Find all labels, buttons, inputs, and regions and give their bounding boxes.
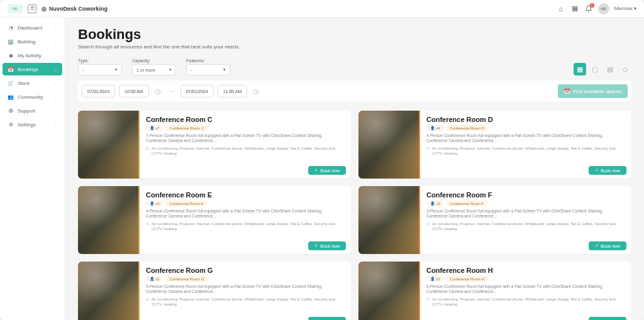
amenities-text: Air conditioning, Projector, Internet, C…	[152, 297, 345, 307]
date-row: 07/01/2024 10:00 AM ◷ → 07/01/2024 11:00…	[78, 80, 631, 102]
filter-type-select[interactable]: -▾	[78, 64, 122, 75]
role-dropdown[interactable]: Member ▾	[614, 6, 636, 11]
workspace-name[interactable]: ◎ NuvoDesk Coworking	[42, 6, 108, 12]
room-title: Conference Room G	[146, 267, 345, 274]
chevron-down-icon: ⌄	[54, 40, 57, 44]
capacity-tag: 👤x3	[426, 201, 443, 206]
avatar[interactable]: ME	[598, 3, 609, 14]
check-icon: ✓	[595, 168, 599, 173]
sidebar-item-label: Store	[18, 80, 30, 86]
person-icon: 👤	[430, 201, 435, 206]
sidebar-item-settings[interactable]: ⚙Settings⌄	[3, 118, 62, 131]
room-title: Conference Room D	[426, 116, 625, 123]
room-image[interactable]	[358, 262, 419, 320]
from-date-input[interactable]: 07/01/2024	[82, 85, 115, 97]
room-type-tag: Conference Room D	[446, 125, 488, 131]
sidebar-item-support[interactable]: ❂Support⌄	[3, 104, 62, 117]
room-description: 3-Person Conference Room full equipped w…	[426, 209, 625, 219]
clock-icon: ◷	[251, 86, 261, 96]
room-card: Conference Room H 👤x5 Conference Room H …	[358, 262, 631, 320]
grid-icon[interactable]: ▦	[570, 4, 579, 13]
chevron-down-icon: ⌄	[54, 95, 57, 99]
logo[interactable]: ND	[8, 4, 23, 13]
room-description: 5-Person Conference Room full equipped w…	[426, 284, 625, 295]
person-icon: 👤	[150, 201, 154, 206]
room-type-tag: Conference Room E	[165, 201, 207, 206]
room-image[interactable]	[78, 262, 138, 320]
chevron-down-icon: ▾	[169, 67, 172, 72]
view-grid-button[interactable]: ▦	[574, 63, 586, 75]
book-now-button[interactable]: ✓ Book now	[589, 317, 626, 320]
check-icon: ✓	[314, 243, 318, 248]
view-list-button[interactable]: ▤	[604, 63, 616, 75]
chevron-down-icon: ⌄	[54, 53, 57, 58]
notification-badge: 2	[590, 3, 594, 8]
users-icon: 👥	[8, 94, 14, 100]
chevron-down-icon: ▾	[223, 67, 226, 72]
to-time-input[interactable]: 11:00 AM	[218, 85, 248, 97]
amenities-text: Air conditioning, Projector, Internet, C…	[432, 146, 625, 157]
book-now-button[interactable]: ✓ Book now	[308, 241, 346, 250]
find-spaces-button[interactable]: 📅 Find available spaces	[558, 84, 628, 98]
page-subtitle: Search through all resources and find th…	[78, 44, 631, 50]
sidebar: ◔Dashboard⌄🏢Building⌄◉My Activity⌄📅Booki…	[0, 18, 65, 320]
filter-capacity-label: Capacity:	[132, 58, 176, 63]
book-now-button[interactable]: ✓ Book now	[308, 317, 346, 320]
book-now-button[interactable]: ✓ Book now	[589, 166, 626, 175]
sidebar-toggle-icon[interactable]: ☰	[28, 4, 36, 13]
from-time-input[interactable]: 10:00 AM	[119, 85, 149, 97]
room-type-tag: Conference Room C	[165, 125, 208, 131]
filter-features-label: Features:	[186, 58, 230, 63]
view-card-button[interactable]: ▢	[589, 63, 601, 75]
room-image[interactable]	[358, 111, 419, 179]
room-card: Conference Room E 👤x4 Conference Room E …	[78, 186, 351, 254]
room-image[interactable]	[358, 186, 419, 254]
person-icon: 👤	[150, 126, 154, 130]
sidebar-item-my-activity[interactable]: ◉My Activity⌄	[3, 49, 62, 62]
chevron-down-icon: ⌄	[54, 123, 57, 127]
room-title: Conference Room C	[146, 116, 345, 123]
bell-icon[interactable]: 2	[584, 4, 593, 13]
sidebar-item-label: Bookings	[18, 67, 38, 72]
clock-icon: ◷	[153, 86, 163, 96]
book-now-button[interactable]: ✓ Book now	[308, 166, 346, 175]
page-title: Bookings	[78, 26, 631, 43]
book-now-button[interactable]: ✓ Book now	[589, 241, 626, 250]
gear-icon: ⚙	[8, 121, 14, 128]
to-date-input[interactable]: 07/01/2024	[180, 85, 214, 97]
person-icon: 👤	[430, 277, 435, 281]
capacity-tag: 👤x5	[146, 276, 163, 282]
amenities-icon: ⊕	[426, 146, 430, 157]
room-title: Conference Room F	[426, 191, 625, 199]
capacity-tag: 👤x7	[146, 125, 163, 131]
amenities-icon: ⊕	[146, 146, 149, 157]
sidebar-item-label: Settings	[18, 122, 36, 128]
filter-features-select[interactable]: -▾	[186, 64, 230, 75]
amenities-icon: ⊕	[146, 297, 149, 307]
filter-capacity-select[interactable]: 1 or more▾	[132, 64, 176, 75]
capacity-tag: 👤x5	[426, 276, 443, 282]
arrow-right-icon: →	[167, 86, 177, 96]
sidebar-item-store[interactable]: 🛒Store⌄	[3, 77, 62, 89]
room-card: Conference Room C 👤x7 Conference Room C …	[78, 111, 351, 179]
home-icon[interactable]: ⌂	[557, 4, 565, 13]
room-type-tag: Conference Room H	[446, 276, 488, 282]
location-icon: ◎	[42, 6, 47, 12]
building-icon: 🏢	[8, 38, 14, 45]
gauge-icon: ◔	[8, 25, 14, 31]
capacity-tag: 👤x4	[146, 201, 163, 206]
sidebar-item-dashboard[interactable]: ◔Dashboard⌄	[3, 21, 62, 34]
sidebar-item-bookings[interactable]: 📅Bookings⌄	[3, 63, 62, 75]
chevron-down-icon: ⌄	[54, 81, 57, 86]
room-image[interactable]	[78, 111, 138, 179]
room-image[interactable]	[78, 186, 138, 254]
sidebar-item-building[interactable]: 🏢Building⌄	[3, 35, 62, 48]
view-map-button[interactable]: ◇	[619, 63, 631, 75]
filter-type-label: Type:	[78, 58, 122, 63]
room-title: Conference Room E	[146, 191, 345, 199]
room-description: 4-Person Conference Room full equipped w…	[146, 209, 345, 219]
room-description: 4-Person Conference Room full equipped w…	[426, 133, 625, 144]
topbar: ND ☰ ◎ NuvoDesk Coworking ⌂ ▦ 2 ME Membe…	[0, 0, 644, 18]
sidebar-item-community[interactable]: 👥Community⌄	[3, 91, 62, 103]
amenities-text: Air conditioning, Projector, Internet, C…	[432, 297, 625, 307]
